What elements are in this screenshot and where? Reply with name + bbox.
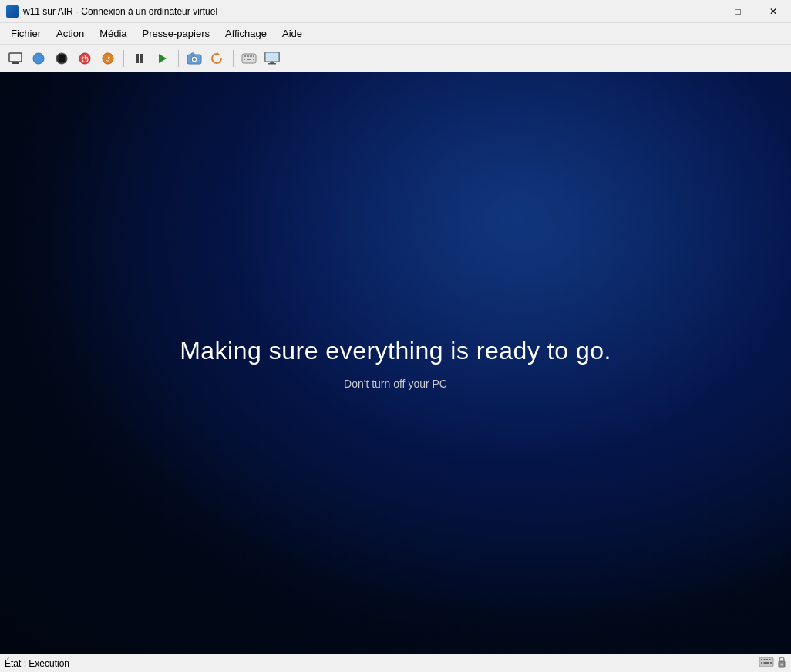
title-bar-left: w11 sur AIR - Connexion à un ordinateur … — [6, 5, 217, 18]
menu-aide[interactable]: Aide — [274, 25, 310, 42]
settings-icon — [8, 52, 22, 66]
state-icon — [32, 52, 45, 66]
toolbar-separator-1 — [123, 50, 124, 67]
ctrlaltdel-icon — [241, 52, 257, 65]
minimize-button[interactable]: ─ — [685, 0, 720, 23]
svg-rect-30 — [761, 659, 762, 660]
svg-rect-1 — [12, 62, 19, 64]
toolbar-state-button[interactable] — [28, 48, 49, 69]
vm-sub-message: Don't turn off your PC — [344, 378, 447, 390]
window-title: w11 sur AIR - Connexion à un ordinateur … — [23, 6, 217, 17]
svg-rect-33 — [769, 659, 771, 660]
window-controls: ─ □ ✕ — [685, 0, 791, 23]
title-bar: w11 sur AIR - Connexion à un ordinateur … — [0, 0, 791, 23]
toolbar-revert-button[interactable] — [207, 48, 228, 69]
close-button[interactable]: ✕ — [756, 0, 791, 23]
menu-presse-papiers[interactable]: Presse-papiers — [135, 25, 217, 42]
lock-icon — [777, 656, 786, 670]
app-icon — [6, 5, 19, 18]
toolbar-stop-button[interactable] — [51, 48, 72, 69]
toolbar-snapshot-button[interactable] — [183, 48, 205, 69]
revert-icon — [210, 52, 224, 66]
svg-point-38 — [781, 664, 783, 666]
svg-rect-35 — [764, 662, 769, 664]
toolbar: ⏻ ↺ — [0, 45, 791, 72]
svg-rect-34 — [761, 662, 762, 664]
toolbar-separator-2 — [178, 50, 179, 67]
menu-bar: Fichier Action Média Presse-papiers Affi… — [0, 23, 791, 45]
svg-rect-18 — [244, 55, 246, 57]
toolbar-pause-button[interactable] — [129, 48, 150, 69]
svg-rect-28 — [268, 63, 276, 65]
vm-main-message: Making sure everything is ready to go. — [180, 337, 611, 365]
toolbar-resume-button[interactable] — [152, 48, 173, 69]
svg-rect-24 — [253, 59, 254, 60]
svg-point-2 — [33, 53, 44, 64]
keyboard-icon — [759, 657, 774, 670]
power-off-icon: ⏻ — [78, 52, 92, 66]
snapshot-icon — [187, 52, 202, 66]
status-state: État : Exécution — [5, 658, 69, 669]
svg-text:↺: ↺ — [105, 55, 111, 63]
toolbar-display-button[interactable] — [261, 48, 283, 69]
svg-rect-26 — [265, 52, 279, 62]
toolbar-ctrlaltdel-button[interactable] — [238, 48, 260, 69]
svg-rect-31 — [764, 659, 766, 660]
svg-rect-0 — [9, 53, 22, 62]
resume-icon — [156, 52, 170, 66]
menu-affichage[interactable]: Affichage — [217, 25, 274, 42]
menu-media[interactable]: Média — [92, 25, 134, 42]
svg-rect-4 — [59, 55, 65, 62]
menu-fichier[interactable]: Fichier — [3, 25, 49, 42]
maximize-button[interactable]: □ — [720, 0, 756, 23]
toolbar-power-restart-button[interactable]: ↺ — [97, 48, 119, 69]
display-icon — [264, 52, 280, 66]
svg-marker-11 — [159, 54, 167, 63]
svg-rect-19 — [247, 55, 249, 57]
pause-icon — [133, 52, 146, 66]
toolbar-power-off-button[interactable]: ⏻ — [74, 48, 96, 69]
svg-rect-15 — [191, 53, 194, 55]
status-icons — [759, 656, 786, 670]
vm-screen[interactable]: Making sure everything is ready to go. D… — [0, 72, 791, 654]
toolbar-settings-button[interactable] — [5, 48, 26, 69]
svg-point-14 — [193, 58, 196, 61]
power-restart-icon: ↺ — [101, 52, 115, 66]
menu-action[interactable]: Action — [49, 25, 92, 42]
svg-rect-20 — [250, 55, 252, 57]
svg-rect-10 — [140, 54, 143, 63]
svg-rect-32 — [766, 659, 768, 660]
svg-text:⏻: ⏻ — [81, 55, 89, 63]
status-bar: État : Exécution — [0, 654, 791, 672]
svg-rect-23 — [247, 59, 251, 60]
svg-rect-36 — [770, 662, 772, 664]
stop-icon — [55, 52, 69, 66]
svg-rect-21 — [253, 55, 254, 57]
svg-rect-9 — [136, 54, 139, 63]
svg-rect-22 — [244, 59, 245, 60]
toolbar-separator-3 — [233, 50, 234, 67]
